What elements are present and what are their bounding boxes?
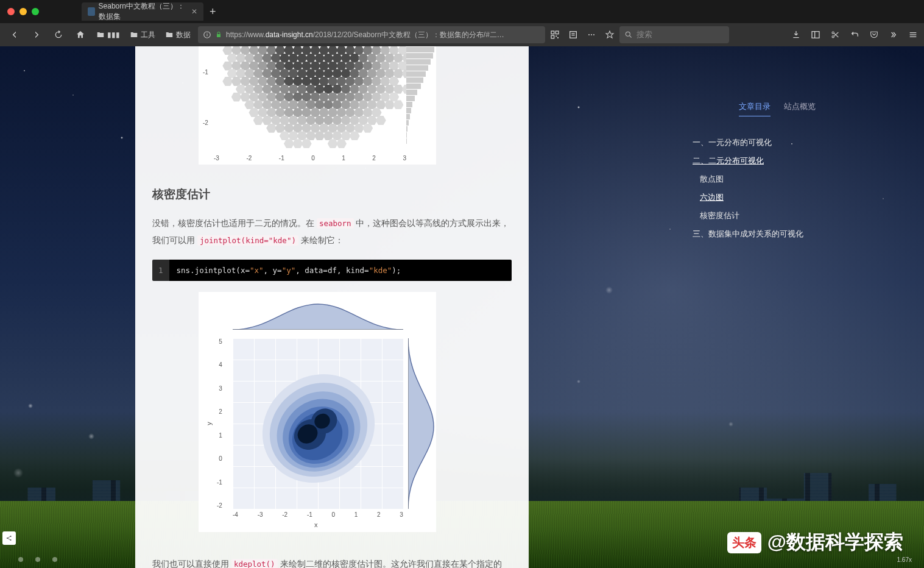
- svg-rect-4: [555, 31, 559, 34]
- kde-marginal-y: [408, 338, 439, 509]
- toc-tabs: 文章目录 站点概览: [693, 101, 851, 116]
- sidebar-icon[interactable]: [811, 30, 820, 40]
- svg-line-30: [8, 537, 10, 538]
- toc-item-2[interactable]: 散点图: [693, 170, 851, 188]
- svg-point-27: [7, 538, 8, 539]
- paragraph-1: 没错，核密度估计也适用于二元的情况。在 seaborn 中，这种图会以等高线的方…: [152, 215, 512, 249]
- kde-marginal-x: [233, 299, 403, 330]
- minimize-window-button[interactable]: [19, 8, 27, 15]
- dock-indicator-dots: [18, 557, 57, 562]
- share-button[interactable]: [2, 531, 16, 545]
- toc-item-0[interactable]: 一、一元分布的可视化: [693, 133, 851, 152]
- svg-point-13: [593, 34, 594, 35]
- scissors-icon[interactable]: [830, 30, 840, 40]
- hexbin-plot-area: [214, 47, 406, 148]
- overflow-icon[interactable]: [889, 30, 898, 40]
- svg-rect-6: [555, 35, 557, 37]
- pocket-icon[interactable]: [869, 30, 879, 40]
- toc-item-1[interactable]: 二、二元分布可视化: [693, 152, 851, 170]
- svg-rect-2: [206, 33, 207, 34]
- watermark-badge: 头条: [727, 532, 761, 553]
- url-text: https://www.data-insight.cn/2018/12/20/S…: [226, 30, 504, 40]
- paragraph-2: 我们也可以直接使用 kdeplot() 来绘制二维的核密度估计图。这允许我们直接…: [152, 555, 512, 568]
- table-of-contents: 文章目录 站点概览 一、一元分布的可视化二、二元分布可视化散点图六边图核密度估计…: [693, 101, 851, 243]
- tab-favicon: [88, 7, 95, 16]
- maximize-window-button[interactable]: [32, 8, 39, 15]
- bookmark-folder-data[interactable]: 数据: [163, 30, 193, 40]
- zoom-indicator: 1.67x: [897, 556, 912, 563]
- svg-rect-7: [557, 37, 559, 38]
- watermark-handle: @数据科学探索: [767, 529, 903, 556]
- kde-y-label: y: [205, 422, 213, 425]
- qr-icon[interactable]: [550, 30, 560, 40]
- forward-button[interactable]: [28, 26, 45, 43]
- svg-line-31: [8, 539, 10, 540]
- kde-jointplot: -2-1012345 y -4-3-: [199, 292, 436, 532]
- hexbin-chart: -1 -2 -3-2-10123: [199, 46, 436, 165]
- toc-tab-site[interactable]: 站点概览: [784, 101, 816, 116]
- kde-x-label: x: [314, 521, 318, 528]
- hexbin-marginal-y: [406, 47, 436, 148]
- undo-icon[interactable]: [850, 30, 859, 40]
- page-background: -1 -2 -3-2-10123 核密度估计 没错，核密度估计也适用于二元的情况…: [0, 46, 924, 568]
- toc-item-5[interactable]: 三、数据集中成对关系的可视化: [693, 225, 851, 243]
- close-window-button[interactable]: [7, 8, 15, 15]
- inline-code-jointplot-kde: jointplot(kind="kde"): [197, 235, 298, 246]
- search-box[interactable]: 搜索: [619, 26, 729, 43]
- tab-title: Seaborn中文教程（三）：数据集: [99, 1, 188, 22]
- svg-point-29: [10, 539, 11, 541]
- downloads-icon[interactable]: [791, 30, 801, 40]
- window-titlebar: Seaborn中文教程（三）：数据集 ✕ +: [0, 0, 924, 23]
- code-line-number: 1: [152, 260, 169, 281]
- traffic-lights: [7, 8, 39, 15]
- site-info-icon[interactable]: [203, 30, 211, 39]
- bookmark-star-icon[interactable]: [605, 30, 615, 40]
- hexbin-x-axis: -3-2-10123: [214, 155, 406, 162]
- toc-item-3[interactable]: 六边图: [693, 188, 851, 207]
- svg-point-12: [591, 34, 592, 35]
- kde-y-axis: -2-1012345: [217, 338, 222, 509]
- toc-list: 一、一元分布的可视化二、二元分布可视化散点图六边图核密度估计三、数据集中成对关系…: [693, 133, 851, 243]
- code-content[interactable]: sns.jointplot(x="x", y="y", data=df, kin…: [169, 260, 512, 281]
- bookmark-folder-1[interactable]: ▮▮▮: [94, 30, 122, 39]
- svg-line-20: [834, 33, 838, 37]
- toolbar-right-icons: [791, 30, 918, 40]
- svg-rect-16: [812, 32, 819, 38]
- section-title-kde: 核密度估计: [152, 186, 512, 202]
- url-bar-actions: [550, 30, 615, 40]
- toc-item-4[interactable]: 核密度估计: [693, 207, 851, 225]
- new-tab-button[interactable]: +: [210, 5, 216, 18]
- svg-rect-5: [551, 35, 554, 38]
- kde-x-axis: -4-3-2-10123: [233, 511, 403, 518]
- svg-line-15: [630, 36, 632, 38]
- hexbin-y-axis: -1 -2: [203, 47, 208, 148]
- back-button[interactable]: [6, 26, 23, 43]
- bookmark-folder-tools[interactable]: 工具: [127, 30, 158, 40]
- inline-code-seaborn: seaborn: [317, 218, 354, 229]
- hamburger-menu-icon[interactable]: [908, 30, 918, 40]
- browser-tab[interactable]: Seaborn中文教程（三）：数据集 ✕: [82, 2, 203, 21]
- svg-line-21: [834, 32, 838, 37]
- search-placeholder: 搜索: [637, 29, 652, 40]
- svg-rect-3: [551, 31, 554, 34]
- lock-icon: [215, 31, 222, 38]
- home-button[interactable]: [72, 26, 89, 43]
- search-icon: [624, 30, 633, 39]
- close-tab-icon[interactable]: ✕: [191, 7, 197, 16]
- reader-mode-icon[interactable]: [568, 30, 578, 40]
- svg-rect-1: [206, 34, 207, 37]
- kde-main-plot: [233, 338, 403, 509]
- toc-tab-article[interactable]: 文章目录: [739, 101, 771, 116]
- reload-button[interactable]: [50, 26, 67, 43]
- svg-point-11: [588, 34, 590, 35]
- article-column: -1 -2 -3-2-10123 核密度估计 没错，核密度估计也适用于二元的情况…: [135, 46, 529, 568]
- svg-point-14: [626, 32, 630, 36]
- inline-code-kdeplot: kdeplot(): [231, 559, 278, 568]
- watermark: 头条 @数据科学探索: [727, 529, 903, 556]
- url-bar[interactable]: https://www.data-insight.cn/2018/12/20/S…: [198, 26, 545, 43]
- more-actions-icon[interactable]: [587, 30, 596, 40]
- code-block-jointplot: 1 sns.jointplot(x="x", y="y", data=df, k…: [152, 260, 512, 281]
- browser-toolbar: ▮▮▮ 工具 数据 https://www.data-insight.cn/20…: [0, 23, 924, 46]
- svg-point-28: [10, 536, 11, 537]
